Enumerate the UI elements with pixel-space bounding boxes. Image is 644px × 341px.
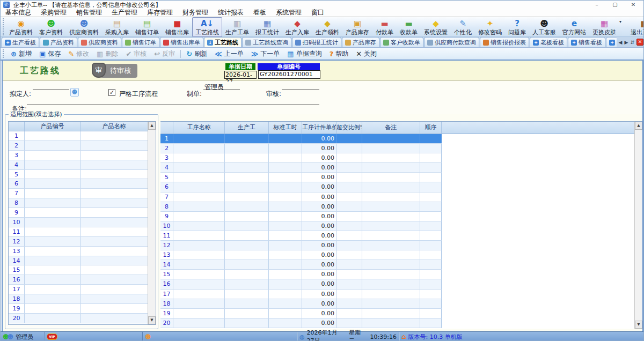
grid-cell[interactable] <box>362 299 420 308</box>
toolbar-button[interactable]: ▤采购入库 <box>102 17 132 37</box>
grid-cell[interactable] <box>269 134 302 143</box>
drafter-input[interactable] <box>33 83 69 90</box>
unit-price-cell[interactable]: 0.00 <box>302 192 336 202</box>
grid-cell[interactable] <box>420 144 442 153</box>
grid-cell[interactable] <box>362 202 420 211</box>
grid-cell[interactable] <box>420 192 442 202</box>
grid-cell[interactable] <box>225 241 269 250</box>
table-cell[interactable] <box>80 179 148 188</box>
grid-cell[interactable] <box>420 318 442 328</box>
tab-scroll-right-icon[interactable]: ▶ <box>625 40 628 45</box>
grid-cell[interactable] <box>173 250 225 260</box>
grid-cell[interactable] <box>420 290 442 299</box>
grid-row[interactable]: 10.00 <box>160 134 442 144</box>
grid-cell[interactable] <box>225 231 269 240</box>
grid-cell[interactable] <box>225 250 269 260</box>
grid-cell[interactable] <box>336 144 362 153</box>
toolbar-button[interactable]: e官方网站 <box>559 17 589 37</box>
grid-cell[interactable] <box>173 231 225 240</box>
table-row[interactable]: 12 <box>9 237 156 247</box>
grid-cell[interactable] <box>362 221 420 231</box>
tab[interactable]: 销售报价报表 <box>480 37 529 47</box>
menu-item[interactable]: 窗口 <box>306 9 329 16</box>
grid-cell[interactable] <box>362 173 420 182</box>
toolbar-button[interactable]: ▦报工统计 <box>252 17 282 37</box>
grid-cell[interactable] <box>173 163 225 172</box>
unit-price-cell[interactable]: 0.00 <box>302 221 336 231</box>
grid-row[interactable]: 150.00 <box>160 270 442 279</box>
grid-row[interactable]: 180.00 <box>160 299 442 309</box>
grid-cell[interactable] <box>225 260 269 269</box>
table-cell[interactable] <box>25 314 80 323</box>
grid-cell[interactable] <box>336 202 362 211</box>
grid-cell[interactable] <box>420 250 442 260</box>
minimize-button[interactable]: – <box>588 1 606 9</box>
grid-row[interactable]: 100.00 <box>160 221 442 231</box>
grid-cell[interactable] <box>173 153 225 162</box>
grid-row[interactable]: 80.00 <box>160 202 442 212</box>
toolbar-button[interactable]: ☻人工客服 <box>529 17 559 37</box>
maximize-button[interactable]: ▢ <box>606 1 624 9</box>
table-cell[interactable] <box>80 247 148 256</box>
action-button[interactable]: ▣保存 <box>35 49 64 58</box>
action-button[interactable]: ▥删除 <box>93 49 122 58</box>
table-cell[interactable] <box>80 189 148 198</box>
grid-row[interactable]: 160.00 <box>160 279 442 289</box>
table-cell[interactable] <box>25 141 80 150</box>
table-cell[interactable] <box>25 151 80 160</box>
grid-cell[interactable] <box>269 221 302 231</box>
grid-cell[interactable] <box>173 173 225 182</box>
toolbar-button[interactable]: ▮退出系统 <box>627 17 644 37</box>
grid-cell[interactable] <box>362 318 420 328</box>
tab[interactable]: 销售订单 <box>122 37 159 47</box>
grid-row[interactable]: 130.00 <box>160 250 442 260</box>
grid-cell[interactable] <box>173 134 225 143</box>
table-cell[interactable] <box>25 265 80 275</box>
unit-price-cell[interactable]: 0.00 <box>302 250 336 260</box>
remark-input[interactable] <box>27 98 319 105</box>
grid-cell[interactable] <box>269 241 302 250</box>
grid-cell[interactable] <box>225 221 269 231</box>
grid-cell[interactable] <box>336 309 362 318</box>
grid-cell[interactable] <box>173 299 225 308</box>
table-row[interactable]: 15 <box>9 265 156 275</box>
tab[interactable]: ↓工艺路线 <box>204 37 241 47</box>
grid-cell[interactable] <box>173 290 225 299</box>
grid-cell[interactable] <box>336 173 362 182</box>
grid-cell[interactable] <box>420 221 442 231</box>
grid-cell[interactable] <box>269 318 302 328</box>
table-cell[interactable] <box>80 256 148 265</box>
process-grid-scrollbar[interactable]: ▲ ▼ <box>634 122 642 329</box>
grid-cell[interactable] <box>336 260 362 269</box>
grid-cell[interactable] <box>362 290 420 299</box>
grid-cell[interactable] <box>173 279 225 288</box>
table-cell[interactable] <box>25 294 80 303</box>
dropdown-arrow-icon[interactable]: ▾ <box>619 17 622 24</box>
toolbar-button[interactable]: ▣产品库存 <box>342 17 372 37</box>
action-button[interactable]: ≪上一单 <box>211 49 247 58</box>
grid-cell[interactable] <box>362 163 420 172</box>
tab-close-icon[interactable]: ✕ <box>636 39 643 46</box>
grid-cell[interactable] <box>225 144 269 153</box>
menu-item[interactable]: 销售管理 <box>71 9 107 16</box>
grid-cell[interactable] <box>173 241 225 250</box>
menu-item[interactable]: 生产管理 <box>107 9 142 16</box>
table-cell[interactable] <box>80 227 148 236</box>
grid-cell[interactable] <box>362 279 420 288</box>
action-button[interactable]: ⊕新增 <box>7 49 35 58</box>
tab[interactable]: 产品库存 <box>342 37 379 47</box>
grid-cell[interactable] <box>225 192 269 202</box>
grid-row[interactable]: 20.00 <box>160 144 442 153</box>
grid-cell[interactable] <box>336 299 362 308</box>
grid-cell[interactable] <box>362 260 420 269</box>
grid-row[interactable]: 140.00 <box>160 260 442 270</box>
table-cell[interactable] <box>80 218 148 227</box>
grid-cell[interactable] <box>362 144 420 153</box>
grid-cell[interactable] <box>336 279 362 288</box>
grid-cell[interactable] <box>420 299 442 308</box>
tab[interactable]: +生产看板 <box>2 37 39 47</box>
unit-price-cell[interactable]: 0.00 <box>302 299 336 308</box>
grid-cell[interactable] <box>362 192 420 202</box>
grid-cell[interactable] <box>269 290 302 299</box>
tab[interactable]: 产品资料 <box>40 37 77 47</box>
